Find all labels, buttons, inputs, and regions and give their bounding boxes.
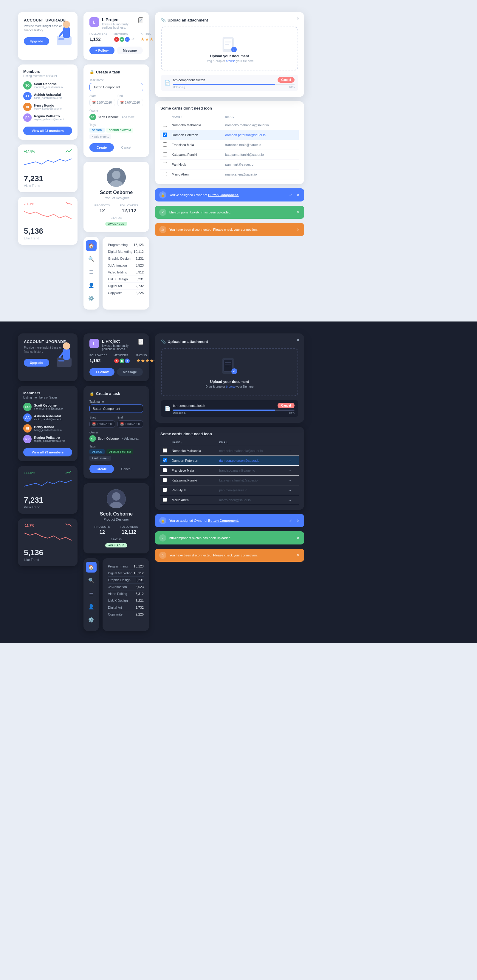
tag-add-dark[interactable]: + Add more... (89, 456, 111, 461)
view-all-button[interactable]: View all 23 members (23, 127, 72, 135)
nav-search-dark[interactable]: 🔍 (86, 575, 97, 585)
skill-value-dark: 10,112 (133, 571, 144, 575)
start-date-input[interactable]: 📅 13/04/2020 (89, 99, 115, 106)
add-owner-dark[interactable]: + Add more... (122, 437, 139, 440)
projects-label-dark: PROJECTS (95, 525, 110, 528)
follow-button-dark[interactable]: + Follow (89, 368, 114, 376)
create-task-button[interactable]: Create (89, 143, 114, 152)
skill-name-dark: UI/UX Design (108, 599, 128, 602)
banner-external-dark-button[interactable]: ⤢ (288, 519, 293, 523)
external-link-button[interactable]: ⤢ (138, 18, 143, 23)
tag-add-button[interactable]: + Add more... (89, 134, 111, 139)
row-dots-button[interactable]: ··· (286, 468, 292, 473)
row-checkbox[interactable] (163, 162, 167, 166)
modal-close-dark-button[interactable]: ✕ (296, 337, 300, 342)
row-checkbox[interactable] (163, 123, 167, 127)
cancel-button-dark[interactable]: Cancel (116, 465, 136, 473)
row-checkbox-dark[interactable] (163, 468, 167, 472)
banner-close-green-button[interactable]: ✕ (296, 210, 300, 215)
upgrade-button-dark[interactable]: Upgrade (24, 359, 49, 367)
member-email-dark: momrret_john@sauer.io (34, 407, 63, 410)
upload-subtext-end: your file here (236, 59, 254, 63)
add-owner-button[interactable]: Add more... (122, 116, 137, 119)
trend-up-icon (66, 149, 71, 153)
tags-label: Tags (89, 123, 143, 127)
row-checkbox-dark[interactable] (163, 488, 167, 492)
tag-design[interactable]: DESIGN (89, 128, 105, 132)
upload-drop-zone[interactable]: ✓ Upload your document Drag & drop or br… (161, 27, 298, 70)
row-checkbox-dark[interactable] (163, 449, 167, 453)
right-column-dark: 📎 Upload an attachment ✕ ✓ (155, 333, 304, 631)
nav-menu-dark[interactable]: ☰ (86, 588, 97, 599)
upload-drop-zone-dark[interactable]: ✓ Upload your document Drag & drop or br… (161, 348, 298, 396)
create-button-dark[interactable]: Create (89, 465, 114, 473)
task-icon: 🔒 (89, 70, 94, 74)
banner-close-orange-button[interactable]: ✕ (296, 227, 300, 232)
nav-home-icon[interactable]: 🏠 (86, 240, 97, 251)
banner-external-button[interactable]: ⤢ (288, 193, 293, 197)
row-checkbox-dark[interactable] (163, 498, 167, 502)
banner-close-orange-dark-button[interactable]: ✕ (296, 553, 300, 558)
nav-settings-dark[interactable]: ⚙️ (86, 614, 97, 625)
row-checkbox[interactable] (163, 172, 167, 176)
nav-home-dark[interactable]: 🏠 (86, 562, 97, 573)
banner-close-button[interactable]: ✕ (296, 192, 300, 197)
svg-point-18 (63, 342, 70, 350)
nav-settings-icon[interactable]: ⚙️ (86, 293, 97, 304)
member-info-dark: Regina Pollastro regina_pollastro@sauer.… (34, 436, 65, 442)
message-button[interactable]: Message (117, 46, 143, 54)
end-date-dark-input[interactable]: 📅 17/04/2020 (117, 420, 143, 428)
member-email-dark: ashiq_haraful@sauer.io (34, 418, 62, 421)
member-row: AA Ashish Asharaful ashiq_haraful@sauer.… (23, 92, 72, 100)
upload-browse-link[interactable]: browse (226, 59, 236, 63)
project-actions: + Follow Message (89, 46, 143, 54)
row-dots-button[interactable]: ··· (286, 449, 292, 453)
task-name-input[interactable] (89, 83, 143, 91)
attachment-icon-dark: 📎 (161, 339, 166, 344)
banner-link-dark[interactable]: Button Component. (208, 519, 239, 522)
upgrade-button[interactable]: Upgrade (24, 37, 49, 45)
banner-close-green-dark-button[interactable]: ✕ (296, 536, 300, 540)
cancel-upload-button[interactable]: Cancel (277, 77, 295, 83)
nav-user-dark[interactable]: 👤 (86, 601, 97, 612)
banner-close-dark-button[interactable]: ✕ (296, 518, 300, 523)
view-all-button-dark[interactable]: View all 23 members (23, 448, 72, 457)
cancel-upload-dark-button[interactable]: Cancel (277, 402, 295, 408)
svg-line-19 (60, 353, 63, 357)
row-dots-button[interactable]: ··· (286, 478, 292, 483)
row-checkbox-dark[interactable] (163, 478, 167, 482)
external-link-button-dark[interactable]: ⤢ (138, 339, 143, 345)
progress-percent-dark: 84% (289, 411, 295, 414)
cancel-task-button[interactable]: Cancel (116, 143, 136, 152)
row-dots-button[interactable]: ··· (286, 498, 292, 503)
banner-warning-icon: ⚠ (159, 226, 166, 233)
tag-design-dark[interactable]: DESIGN (89, 449, 105, 454)
row-checkbox-selected[interactable] (163, 132, 167, 137)
row-checkbox-selected-dark[interactable] (163, 458, 167, 462)
profile-followers-label-dark: FOLLOWERS (120, 525, 138, 528)
banner-link[interactable]: Button Component. (208, 193, 239, 197)
browse-link-dark[interactable]: browse (226, 385, 236, 388)
row-dots-button-selected[interactable]: ··· (286, 458, 292, 463)
modal-close-button[interactable]: ✕ (296, 16, 300, 21)
nav-user-icon[interactable]: 👤 (86, 280, 97, 290)
tag-design-system[interactable]: DESIGN SYSTEM (106, 128, 133, 132)
tag-design-system-dark[interactable]: DESIGN SYSTEM (106, 449, 133, 454)
upload-filename-dark: btn-component.sketch (173, 404, 277, 407)
row-dots-button[interactable]: ··· (286, 488, 292, 493)
task-name-input-dark[interactable] (89, 404, 143, 413)
member-email-dark: regina_pollastro@sauer.io (34, 439, 65, 442)
member-info: Regina Pollastro regina_pollastro@sauer.… (34, 115, 65, 121)
profile-role-dark: Product Designer (89, 518, 143, 521)
row-checkbox[interactable] (163, 152, 167, 156)
follow-button[interactable]: + Follow (89, 46, 114, 54)
nav-search-icon[interactable]: 🔍 (86, 253, 97, 264)
row-checkbox[interactable] (163, 142, 167, 146)
row-email: francisco.maia@sauer.io (223, 140, 299, 150)
nav-menu-icon[interactable]: ☰ (86, 267, 97, 277)
start-date-dark-input[interactable]: 📅 13/04/2020 (89, 420, 115, 428)
row-name-dark: Pan Hyuk (170, 485, 217, 495)
date-row: Start 📅 13/04/2020 End 📅 17/04/2020 (89, 94, 143, 106)
message-button-dark[interactable]: Message (117, 368, 143, 376)
end-date-input[interactable]: 📅 17/04/2020 (117, 99, 143, 106)
